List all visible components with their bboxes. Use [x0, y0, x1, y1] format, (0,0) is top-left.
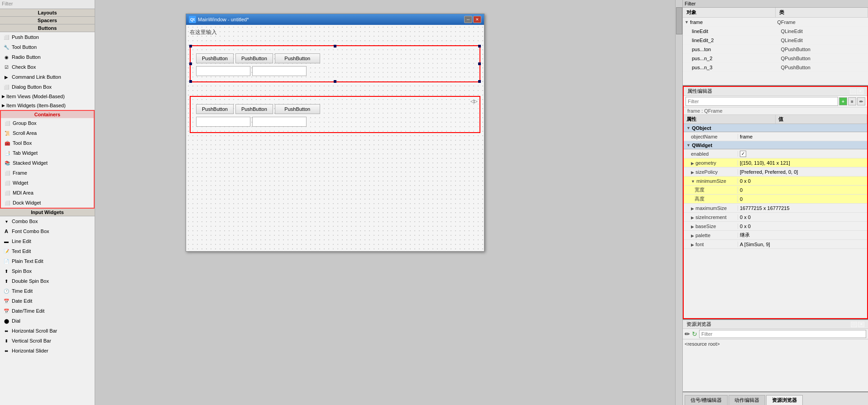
obj-row-lineedit[interactable]: lineEdit QLineEdit [683, 27, 868, 36]
prop-row-palette[interactable]: ▶palette 继承 [684, 231, 867, 240]
widget-item-stackedwidget[interactable]: 📚 Stacked Widget [1, 158, 94, 168]
prop-btn2[interactable]: ≡ [848, 97, 856, 105]
frame2-lineedit2[interactable] [252, 117, 307, 127]
refresh-icon[interactable]: ↻ [692, 330, 697, 338]
doublespinbox-icon: ⬆ [3, 277, 10, 285]
widget-item-dockwidget[interactable]: ⬜ Dock Widget [1, 198, 94, 208]
frame1-lineedit2[interactable] [252, 66, 307, 76]
object-inspector: Filter 对象 类 ▼ frame QFrame lineEdit QLin… [683, 0, 868, 86]
section-item-views[interactable]: ▶ Item Views (Model-Based) [0, 92, 95, 101]
stackedwidget-label: Stacked Widget [13, 160, 48, 166]
resource-close-btn[interactable]: ✕ [858, 322, 864, 327]
resource-filter-input[interactable] [699, 330, 866, 338]
widget-item-frame[interactable]: ⬜ Frame [1, 168, 94, 178]
frame-widget-2[interactable]: ◁▷ PushButton PushButton PushButton [190, 96, 480, 133]
widget-item-widget[interactable]: ⬜ Widget [1, 178, 94, 188]
push1-obj-class: QPushButton [779, 47, 868, 52]
tab-resource-browser[interactable]: 资源浏览器 [766, 395, 803, 405]
widget-item-datetimeedit[interactable]: 📅 Date/Time Edit [0, 306, 95, 316]
prop-editor-close-btn[interactable]: ✕ [857, 89, 863, 94]
prop-row-font[interactable]: ▶font A [SimSun, 9] [684, 240, 867, 249]
widget-item-combobox[interactable]: ▾ Combo Box [0, 216, 95, 226]
widget-item-spinbox[interactable]: ⬆ Spin Box [0, 266, 95, 276]
frame-label: Frame [13, 170, 27, 176]
frame2-lineedit1[interactable] [196, 117, 250, 127]
prop-row-basesize[interactable]: ▶baseSize 0 x 0 [684, 222, 867, 231]
obj-row-push1[interactable]: pus...ton QPushButton [683, 45, 868, 54]
prop-row-height[interactable]: 高度 0 [684, 195, 867, 204]
widget-item-dial[interactable]: ⬤ Dial [0, 316, 95, 326]
frame1-btn3[interactable]: PushButton [275, 53, 320, 63]
widget-item-textedit[interactable]: 📝 Text Edit [0, 246, 95, 256]
input-widgets-header: Input Widgets [0, 209, 95, 216]
prop-row-geometry[interactable]: ▶geometry [(150, 110), 401 x 121] [684, 158, 867, 167]
prop-row-maximumsize[interactable]: ▶maximumSize 16777215 x 16777215 [684, 204, 867, 213]
widget-item-hscrollbar[interactable]: ⬌ Horizontal Scroll Bar [0, 326, 95, 336]
prop-row-enabled[interactable]: enabled ✓ [684, 149, 867, 158]
frame1-btn2[interactable]: PushButton [235, 53, 273, 63]
prop-btn3[interactable]: ✏ [857, 97, 865, 105]
widget-item-fontcombo[interactable]: A Font Combo Box [0, 226, 95, 236]
dialogbutton-icon: ⬜ [3, 83, 10, 91]
minimize-button[interactable]: ─ [464, 16, 472, 23]
prop-add-btn[interactable]: + [839, 97, 847, 105]
prop-section-qwidget[interactable]: ▼ QWidget [684, 141, 867, 149]
dateedit-icon: 📅 [3, 297, 10, 305]
widget-item-tabwidget[interactable]: 📑 Tab Widget [1, 148, 94, 158]
tab-signal-slot[interactable]: 信号/槽编辑器 [685, 395, 728, 405]
prop-section-qobject[interactable]: ▼ QObject [684, 124, 867, 132]
pencil-icon[interactable]: ✏ [685, 330, 690, 338]
widget-item-mdiarea[interactable]: ⬜ MDI Area [1, 188, 94, 198]
prop-row-minimumsize[interactable]: ▼minimumSize 0 x 0 [684, 176, 867, 186]
obj-row-lineedit2[interactable]: lineEdit_2 QLineEdit [683, 36, 868, 45]
frame1-lineedit1[interactable] [196, 66, 250, 76]
prop-row-sizepolicy[interactable]: ▶sizePolicy [Preferred, Preferred, 0, 0] [684, 167, 867, 176]
frame-widget-1[interactable]: PushButton PushButton PushButton [190, 45, 480, 82]
combobox-icon: ▾ [3, 218, 10, 225]
stackedwidget-icon: 📚 [4, 159, 11, 167]
obj-row-push2[interactable]: pus...n_2 QPushButton [683, 54, 868, 63]
widget-item-doublespinbox[interactable]: ⬆ Double Spin Box [0, 276, 95, 286]
obj-row-push3[interactable]: pus...n_3 QPushButton [683, 63, 868, 72]
widget-item-plaintextedit[interactable]: 📄 Plain Text Edit [0, 256, 95, 266]
resource-restore-btn[interactable]: □ [851, 322, 857, 327]
widget-item-lineedit[interactable]: ▬ Line Edit [0, 236, 95, 246]
widget-item-dateedit[interactable]: 📅 Date Edit [0, 296, 95, 306]
widget-item-groupbox[interactable]: ⬜ Group Box [1, 118, 94, 128]
prop-row-sizeincrement[interactable]: ▶sizeIncrement 0 x 0 [684, 213, 867, 222]
widget-item-commandlink[interactable]: ▶ Command Link Button [0, 72, 95, 82]
widget-item-scrollarea[interactable]: 📜 Scroll Area [1, 128, 94, 138]
maximumsize-expand: ▶ [691, 206, 694, 211]
window-title: MainWindow - untitled* [198, 17, 463, 22]
obj-name-push1: pus...ton [690, 47, 779, 52]
prop-name-objectname: objectName [684, 134, 738, 139]
prop-editor-restore-btn[interactable]: □ [850, 89, 856, 94]
frame2-btn1[interactable]: PushButton [196, 104, 234, 114]
widget-item-checkbox[interactable]: ☑ Check Box [0, 62, 95, 72]
section-item-widgets[interactable]: ▶ Item Widgets (Item-Based) [0, 101, 95, 110]
prop-filter-input[interactable] [686, 97, 838, 106]
obj-name-lineedit: lineEdit [690, 29, 779, 34]
prop-row-objectname[interactable]: objectName frame [684, 132, 867, 141]
tab-action-editor[interactable]: 动作编辑器 [729, 395, 765, 405]
widget-item-hslider[interactable]: ⬌ Horizontal Slider [0, 346, 95, 356]
window-content[interactable]: 在这里输入 PushButton PushButton PushButton [186, 25, 484, 251]
widget-item-vscrollbar[interactable]: ⬍ Vertical Scroll Bar [0, 336, 95, 346]
obj-row-frame[interactable]: ▼ frame QFrame [683, 18, 868, 27]
widget-item-toolbutton[interactable]: 🔧 Tool Button [0, 42, 95, 52]
close-button[interactable]: ✕ [473, 16, 481, 23]
prop-row-width[interactable]: 宽度 0 [684, 186, 867, 195]
prop-table: ▼ QObject objectName frame ▼ QWidget ena… [684, 124, 867, 318]
widget-item-dialogbutton[interactable]: ⬜ Dialog Button Box [0, 82, 95, 92]
widget-item-timeedit[interactable]: 🕐 Time Edit [0, 286, 95, 296]
scrollbar-thumb[interactable] [676, 7, 682, 34]
item-widgets-label: Item Widgets (Item-Based) [6, 103, 66, 108]
enabled-checkbox[interactable]: ✓ [740, 151, 746, 157]
frame1-btn1[interactable]: PushButton [196, 53, 234, 63]
widget-item-pushbutton[interactable]: ⬜ Push Button [0, 32, 95, 42]
widget-item-radiobutton[interactable]: ◉ Radio Button [0, 52, 95, 62]
widget-item-toolbox[interactable]: 🧰 Tool Box [1, 138, 94, 148]
center-scrollbar[interactable] [675, 0, 682, 405]
frame2-btn3[interactable]: PushButton [275, 104, 320, 114]
frame2-btn2[interactable]: PushButton [235, 104, 273, 114]
